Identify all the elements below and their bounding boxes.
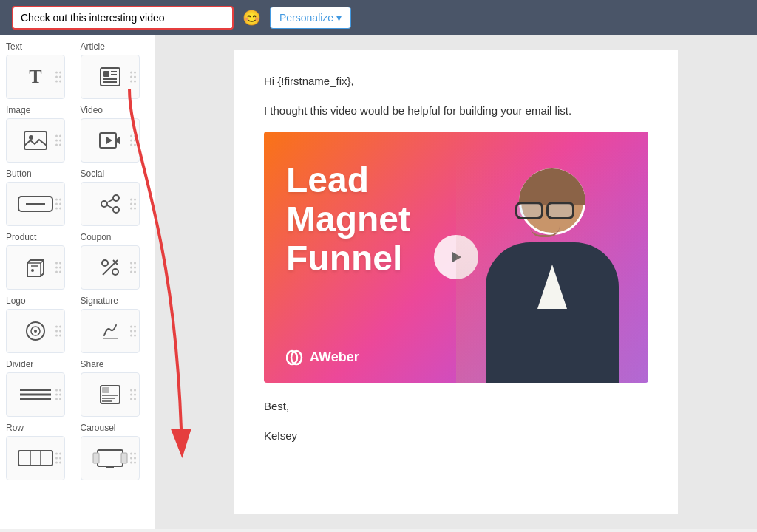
sidebar-item-article[interactable]: Article bbox=[81, 41, 149, 99]
video-icon bbox=[99, 131, 121, 150]
sidebar-item-share[interactable]: Share bbox=[81, 359, 149, 417]
share-icon bbox=[99, 384, 121, 405]
article-icon bbox=[99, 66, 121, 87]
sidebar-item-social[interactable]: Social bbox=[81, 168, 149, 226]
svg-rect-39 bbox=[98, 450, 123, 466]
social-icon bbox=[100, 194, 120, 214]
email-signature: Kelsey bbox=[264, 427, 648, 445]
svg-rect-6 bbox=[24, 132, 47, 149]
sidebar-item-divider[interactable]: Divider bbox=[6, 359, 75, 417]
video-thumbnail[interactable]: Lead Magnet Funnel AWeber bbox=[264, 132, 648, 383]
sidebar-item-text[interactable]: Text T bbox=[6, 41, 75, 99]
sidebar: Text T Article bbox=[0, 35, 155, 529]
image-icon bbox=[24, 131, 47, 150]
svg-rect-36 bbox=[18, 451, 52, 466]
person-hair bbox=[519, 168, 585, 205]
sidebar-item-image[interactable]: Image bbox=[6, 105, 75, 163]
coupon-icon bbox=[100, 257, 120, 278]
sidebar-item-coupon[interactable]: Coupon bbox=[81, 232, 149, 290]
button-icon bbox=[17, 195, 54, 213]
sidebar-item-carousel[interactable]: Carousel bbox=[81, 423, 149, 480]
main-layout: Text T Article bbox=[0, 35, 757, 529]
text-icon: T bbox=[29, 66, 41, 88]
person-glasses bbox=[515, 202, 574, 219]
red-arrow bbox=[155, 74, 211, 480]
svg-point-18 bbox=[31, 269, 34, 272]
svg-line-16 bbox=[107, 200, 113, 202]
sidebar-item-signature[interactable]: Signature bbox=[81, 296, 149, 353]
email-sign-off: Best, bbox=[264, 398, 648, 415]
divider-icon bbox=[17, 384, 54, 405]
svg-rect-32 bbox=[102, 387, 109, 393]
person-body bbox=[486, 242, 619, 383]
logo-icon bbox=[25, 321, 46, 341]
sidebar-item-product[interactable]: Product bbox=[6, 232, 75, 290]
subject-input[interactable] bbox=[12, 6, 234, 30]
carousel-icon bbox=[92, 448, 129, 468]
svg-point-21 bbox=[102, 260, 108, 266]
svg-point-26 bbox=[34, 330, 37, 332]
product-icon bbox=[24, 257, 47, 278]
svg-rect-40 bbox=[93, 453, 99, 463]
sidebar-item-logo[interactable]: Logo bbox=[6, 296, 75, 353]
sidebar-item-row[interactable]: Row bbox=[6, 423, 75, 480]
signature-icon bbox=[100, 321, 120, 341]
content-area: Hi {!firstname_fix}, I thought this vide… bbox=[155, 35, 757, 529]
svg-point-13 bbox=[101, 201, 107, 207]
row-icon bbox=[17, 448, 54, 468]
sidebar-item-button[interactable]: Button bbox=[6, 168, 75, 226]
svg-point-22 bbox=[112, 269, 118, 275]
person-smile bbox=[530, 226, 560, 237]
personalize-button[interactable]: Personalize ▾ bbox=[270, 7, 351, 29]
svg-rect-0 bbox=[101, 68, 120, 86]
email-body: Hi {!firstname_fix}, I thought this vide… bbox=[234, 50, 678, 514]
aweber-logo: AWeber bbox=[286, 347, 359, 368]
person-image bbox=[456, 146, 648, 383]
svg-rect-41 bbox=[121, 453, 127, 463]
emoji-button[interactable]: 😊 bbox=[242, 9, 261, 27]
svg-point-14 bbox=[113, 195, 119, 201]
sidebar-item-video[interactable]: Video bbox=[81, 105, 149, 163]
video-text-overlay: Lead Magnet Funnel bbox=[286, 161, 410, 278]
header: 😊 Personalize ▾ bbox=[0, 0, 757, 35]
svg-marker-10 bbox=[106, 137, 112, 144]
svg-point-7 bbox=[29, 135, 33, 140]
svg-line-17 bbox=[107, 205, 113, 208]
email-body-text: I thought this video would be helpful fo… bbox=[264, 102, 648, 120]
sidebar-grid: Text T Article bbox=[6, 41, 149, 480]
svg-point-15 bbox=[113, 207, 119, 213]
svg-rect-1 bbox=[103, 71, 109, 77]
email-greeting: Hi {!firstname_fix}, bbox=[264, 72, 648, 90]
